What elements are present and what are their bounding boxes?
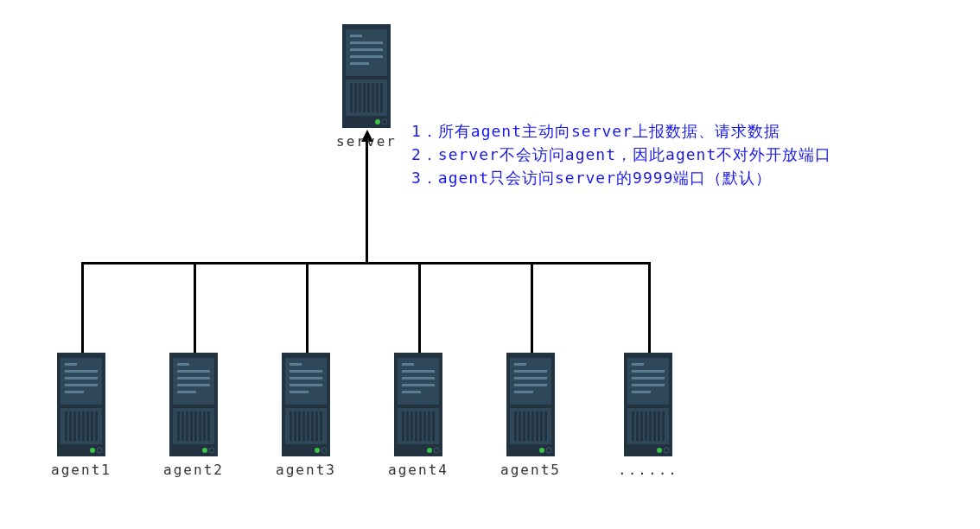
svg-rect-44: [177, 411, 180, 441]
svg-rect-49: [199, 411, 201, 441]
svg-rect-23: [65, 384, 98, 386]
note-line-2: 2．server不会访问agent，因此agent不对外开放端口: [411, 143, 831, 166]
svg-rect-56: [290, 363, 302, 366]
svg-rect-6: [350, 62, 369, 65]
svg-rect-95: [514, 384, 547, 386]
svg-rect-12: [367, 83, 370, 112]
svg-rect-67: [311, 411, 314, 441]
svg-rect-5: [350, 55, 383, 58]
svg-point-53: [209, 448, 214, 453]
svg-rect-24: [65, 391, 84, 393]
svg-rect-87: [432, 411, 435, 441]
connector-bus-horizontal: [81, 262, 650, 264]
svg-rect-41: [177, 384, 210, 386]
svg-rect-77: [402, 384, 435, 386]
svg-rect-84: [419, 411, 422, 441]
svg-rect-46: [186, 411, 188, 441]
connector-agent5-vertical: [531, 262, 533, 354]
svg-point-106: [539, 448, 544, 453]
agent-node-4: agent4: [394, 353, 442, 456]
svg-rect-103: [536, 411, 538, 441]
note-line-3: 3．agent只会访问server的9999端口（默认）: [411, 166, 831, 189]
svg-rect-94: [514, 377, 547, 379]
svg-rect-83: [415, 411, 417, 441]
svg-point-107: [546, 448, 551, 453]
svg-rect-74: [402, 363, 414, 366]
svg-rect-113: [632, 384, 665, 386]
svg-rect-66: [307, 411, 309, 441]
svg-rect-65: [302, 411, 305, 441]
svg-rect-13: [372, 83, 374, 112]
svg-rect-29: [78, 411, 80, 441]
svg-point-125: [664, 448, 669, 453]
server-icon: [57, 353, 105, 456]
svg-rect-27: [69, 411, 72, 441]
svg-rect-31: [86, 411, 89, 441]
svg-rect-78: [402, 391, 421, 393]
svg-point-70: [315, 448, 320, 453]
svg-rect-69: [320, 411, 322, 441]
connector-agent3-vertical: [306, 262, 309, 354]
svg-rect-28: [73, 411, 76, 441]
connector-agent6-vertical: [648, 262, 651, 354]
svg-rect-48: [194, 411, 197, 441]
svg-rect-117: [636, 411, 639, 441]
svg-rect-57: [290, 370, 322, 373]
svg-rect-33: [95, 411, 98, 441]
svg-rect-112: [632, 377, 665, 379]
agent-label-5: agent5: [500, 462, 561, 478]
connector-agent4-vertical: [418, 262, 421, 354]
svg-rect-10: [359, 83, 361, 112]
agent-label-2: agent2: [163, 462, 224, 478]
agent-node-6: ......: [624, 353, 672, 456]
svg-rect-98: [514, 411, 517, 441]
svg-rect-2: [350, 35, 362, 37]
svg-point-16: [375, 119, 380, 124]
svg-rect-96: [514, 391, 533, 393]
svg-rect-11: [363, 83, 366, 112]
svg-rect-101: [527, 411, 530, 441]
svg-rect-75: [402, 370, 435, 373]
svg-rect-110: [632, 363, 644, 366]
svg-point-71: [321, 448, 327, 453]
svg-point-17: [382, 119, 387, 124]
svg-rect-38: [177, 363, 189, 366]
svg-rect-99: [519, 411, 521, 441]
svg-rect-68: [315, 411, 318, 441]
server-icon: [506, 353, 555, 456]
svg-rect-47: [190, 411, 193, 441]
notes-block: 1．所有agent主动向server上报数据、请求数据 2．server不会访问…: [411, 119, 831, 189]
agent-node-5: agent5: [506, 353, 555, 456]
svg-rect-3: [350, 41, 383, 44]
svg-rect-4: [350, 48, 383, 51]
svg-rect-64: [298, 411, 301, 441]
svg-rect-9: [354, 83, 357, 112]
svg-rect-118: [640, 411, 643, 441]
svg-rect-82: [410, 411, 413, 441]
svg-rect-120: [649, 411, 652, 441]
svg-point-34: [90, 448, 95, 453]
note-line-1: 1．所有agent主动向server上报数据、请求数据: [411, 119, 831, 143]
svg-rect-105: [544, 411, 547, 441]
agent-label-4: agent4: [388, 462, 449, 478]
connector-server-vertical: [366, 140, 368, 263]
server-icon: [394, 353, 442, 456]
svg-rect-15: [380, 83, 383, 112]
svg-rect-86: [428, 411, 430, 441]
svg-rect-100: [523, 411, 525, 441]
svg-rect-60: [290, 391, 309, 393]
svg-point-124: [657, 448, 662, 453]
svg-rect-45: [181, 411, 184, 441]
svg-rect-14: [376, 83, 379, 112]
svg-rect-116: [632, 411, 634, 441]
svg-rect-8: [350, 83, 353, 112]
svg-rect-51: [207, 411, 210, 441]
connector-agent2-vertical: [194, 262, 196, 354]
agent-node-1: agent1: [57, 353, 105, 456]
svg-rect-81: [406, 411, 409, 441]
server-icon: [282, 353, 330, 456]
svg-rect-104: [540, 411, 543, 441]
svg-rect-111: [632, 370, 665, 373]
svg-rect-32: [91, 411, 93, 441]
svg-rect-39: [177, 370, 210, 373]
